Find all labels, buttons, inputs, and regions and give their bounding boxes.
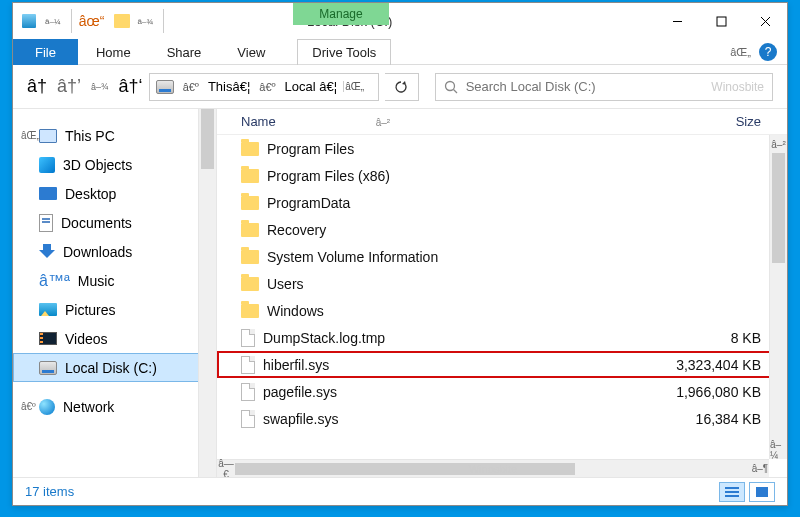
file-name: Program Files (x86) bbox=[267, 168, 390, 184]
file-name: hiberfil.sys bbox=[263, 357, 329, 373]
explorer-window: Manage â–¼ âœ“ â–¾ Local Disk (C:) File … bbox=[12, 2, 788, 506]
svg-rect-9 bbox=[756, 487, 768, 497]
quick-access-toolbar: â–¼ âœ“ â–¾ bbox=[13, 3, 293, 39]
folder-icon bbox=[241, 304, 259, 318]
search-input[interactable] bbox=[466, 79, 704, 94]
back-button[interactable]: â† bbox=[27, 76, 47, 97]
tab-view[interactable]: View bbox=[219, 39, 283, 65]
file-name: Windows bbox=[267, 303, 324, 319]
sidebar-item[interactable]: â™ªMusic bbox=[13, 266, 216, 295]
column-size[interactable]: Size bbox=[647, 114, 787, 129]
sidebar-item[interactable]: Local Disk (C:) bbox=[13, 353, 216, 382]
history-dropdown-icon[interactable]: â–¾ bbox=[91, 82, 109, 92]
file-row[interactable]: DumpStack.log.tmp8 KB bbox=[217, 324, 787, 351]
select-check-icon[interactable]: âœ“ bbox=[82, 11, 102, 31]
sidebar-item[interactable]: Videos bbox=[13, 324, 216, 353]
sidebar-item[interactable]: Desktop bbox=[13, 179, 216, 208]
scroll-up-icon[interactable]: â–² bbox=[770, 135, 787, 153]
horizontal-scrollbar[interactable]: â—€ Winosbite â–¶ bbox=[217, 459, 769, 477]
file-row[interactable]: Recovery bbox=[217, 216, 787, 243]
file-row[interactable]: Windows bbox=[217, 297, 787, 324]
chevron-right-icon[interactable]: â€º bbox=[180, 81, 202, 93]
column-name[interactable]: Name bbox=[241, 114, 276, 129]
folder-icon bbox=[241, 277, 259, 291]
refresh-button[interactable] bbox=[385, 73, 419, 101]
minimize-button[interactable] bbox=[655, 3, 699, 39]
search-box[interactable]: Winosbite bbox=[435, 73, 773, 101]
sidebar-item[interactable]: âŒ„This PC bbox=[13, 121, 216, 150]
sidebar-item-label: Pictures bbox=[65, 302, 116, 318]
thumbnails-view-button[interactable] bbox=[749, 482, 775, 502]
scrollbar-thumb[interactable] bbox=[235, 463, 575, 475]
file-size: 3,323,404 KB bbox=[647, 357, 787, 373]
file-row[interactable]: hiberfil.sys3,323,404 KB bbox=[217, 351, 787, 378]
scroll-down-icon[interactable]: â–¼ bbox=[770, 441, 787, 459]
scrollbar-thumb[interactable] bbox=[772, 153, 785, 263]
file-row[interactable]: ProgramData bbox=[217, 189, 787, 216]
file-name: Recovery bbox=[267, 222, 326, 238]
file-name: pagefile.sys bbox=[263, 384, 337, 400]
scroll-right-icon[interactable]: â–¶ bbox=[751, 463, 769, 474]
tab-share[interactable]: Share bbox=[149, 39, 220, 65]
file-row[interactable]: pagefile.sys1,966,080 KB bbox=[217, 378, 787, 405]
sidebar-item-label: Downloads bbox=[63, 244, 132, 260]
sidebar-item-label: Network bbox=[63, 399, 114, 415]
sidebar-item[interactable]: Pictures bbox=[13, 295, 216, 324]
sidebar-item-label: 3D Objects bbox=[63, 157, 132, 173]
help-icon[interactable]: ? bbox=[759, 43, 777, 61]
file-row[interactable]: Users bbox=[217, 270, 787, 297]
svg-rect-1 bbox=[717, 17, 726, 26]
address-dropdown-icon[interactable]: âŒ„ bbox=[343, 81, 365, 92]
title-bar: â–¼ âœ“ â–¾ Local Disk (C:) bbox=[13, 3, 787, 39]
breadcrumb-this-pc[interactable]: Thisâ€¦ bbox=[202, 74, 256, 100]
svg-rect-7 bbox=[725, 491, 739, 493]
folder-icon[interactable] bbox=[112, 11, 132, 31]
pic-icon bbox=[39, 303, 57, 316]
download-icon bbox=[39, 244, 55, 260]
tab-home[interactable]: Home bbox=[78, 39, 149, 65]
folder-icon bbox=[241, 142, 259, 156]
watermark-text: Winosbite bbox=[469, 463, 517, 475]
chevron-right-icon[interactable]: â€º bbox=[256, 81, 278, 93]
close-button[interactable] bbox=[743, 3, 787, 39]
file-icon bbox=[241, 356, 255, 374]
maximize-button[interactable] bbox=[699, 3, 743, 39]
file-row[interactable]: Program Files (x86) bbox=[217, 162, 787, 189]
file-list-pane: Nameâ–² Size Program FilesProgram Files … bbox=[217, 109, 787, 477]
sidebar-item-label: Desktop bbox=[65, 186, 116, 202]
contextual-tab-manage[interactable]: Manage bbox=[293, 3, 389, 25]
desktop-icon bbox=[39, 187, 57, 200]
file-row[interactable]: Program Files bbox=[217, 135, 787, 162]
disk-icon bbox=[39, 361, 57, 375]
sidebar-item[interactable]: Documents bbox=[13, 208, 216, 237]
column-headers[interactable]: Nameâ–² Size bbox=[217, 109, 787, 135]
vertical-scrollbar[interactable]: â–² â–¼ bbox=[769, 135, 787, 459]
svg-line-5 bbox=[453, 89, 457, 93]
search-icon bbox=[444, 80, 458, 94]
scrollbar-thumb[interactable] bbox=[201, 109, 214, 169]
properties-icon[interactable] bbox=[19, 11, 39, 31]
tab-file[interactable]: File bbox=[13, 39, 78, 65]
tab-drive-tools[interactable]: Drive Tools bbox=[297, 39, 391, 65]
vid-icon bbox=[39, 332, 57, 345]
folder-icon bbox=[241, 250, 259, 264]
details-view-button[interactable] bbox=[719, 482, 745, 502]
qat-overflow-icon[interactable]: â–¾ bbox=[138, 17, 154, 26]
ribbon-expand-icon[interactable]: âŒ„ bbox=[730, 46, 751, 58]
up-button[interactable]: â†‘ bbox=[119, 76, 143, 97]
sidebar-item-label: Documents bbox=[61, 215, 132, 231]
ribbon-tabs: File Home Share View Drive Tools âŒ„ ? bbox=[13, 39, 787, 65]
file-size: 8 KB bbox=[647, 330, 787, 346]
address-bar[interactable]: â€º Thisâ€¦ â€º Local â€¦ âŒ„ bbox=[149, 73, 379, 101]
scroll-left-icon[interactable]: â—€ bbox=[217, 458, 235, 478]
sidebar-item[interactable]: 3D Objects bbox=[13, 150, 216, 179]
qat-dropdown-icon[interactable]: â–¼ bbox=[45, 17, 61, 26]
file-row[interactable]: System Volume Information bbox=[217, 243, 787, 270]
breadcrumb-local-disk[interactable]: Local â€¦ bbox=[279, 74, 344, 100]
sidebar-item[interactable]: Downloads bbox=[13, 237, 216, 266]
sidebar-scrollbar[interactable] bbox=[198, 109, 216, 477]
sidebar-item-label: Videos bbox=[65, 331, 108, 347]
file-row[interactable]: swapfile.sys16,384 KB bbox=[217, 405, 787, 432]
sidebar-item[interactable]: â€ºNetwork bbox=[13, 392, 216, 421]
separator bbox=[163, 9, 164, 33]
